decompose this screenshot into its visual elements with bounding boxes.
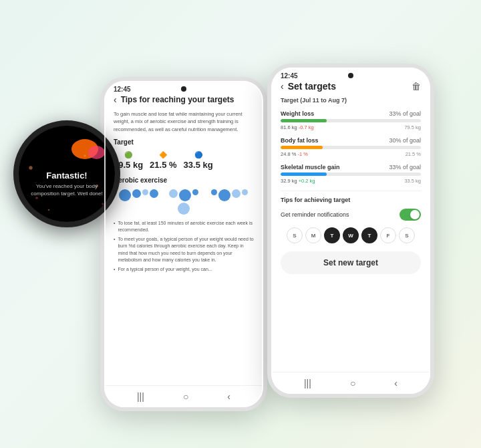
left-body-text: To gain muscle and lose fat while mainta… <box>114 110 254 133</box>
phone-left-screen: 12:45 ‹ Tips for reaching your targets T… <box>104 81 263 407</box>
bullet-dot-3: • <box>114 266 115 273</box>
bubble-small-1 <box>142 189 148 195</box>
smartwatch: Fantastic! You've reached your body comp… <box>13 120 120 227</box>
bubble-medium-2 <box>150 189 158 198</box>
goal-muscle-name: Skeletal muscle gain <box>281 164 340 171</box>
day-wednesday[interactable]: W <box>343 227 359 243</box>
main-scene: Fantastic! You've reached your body comp… <box>0 0 481 448</box>
nav-home-icon[interactable]: ○ <box>183 391 188 402</box>
day-thursday[interactable]: T <box>361 227 377 243</box>
muscle-icon: 🔵 <box>194 151 202 158</box>
day-tuesday[interactable]: T <box>324 227 340 243</box>
bubble-small-2 <box>192 189 198 195</box>
bubble-small-4 <box>242 189 248 195</box>
goal-muscle-values: 32.9 kg +0.2 kg 33.5 kg <box>281 178 421 184</box>
day-sunday[interactable]: S <box>287 227 303 243</box>
goal-fat-target: 21.5 % <box>406 151 421 157</box>
aerobic-visual <box>114 189 254 215</box>
goal-weight-bar-fill <box>281 119 327 122</box>
bubble-group-1 <box>118 189 158 215</box>
goal-weight-current: 81.6 kg -0.7 kg <box>281 124 314 130</box>
goal-fat-values: 24.8 % -1 % 21.5 % <box>281 151 421 157</box>
bubble-large-4 <box>218 189 230 201</box>
goal-fat-bar-bg <box>281 146 421 149</box>
watch-screen: Fantastic! You've reached your body comp… <box>19 126 115 222</box>
bullet-3: • For a typical person of your weight, y… <box>114 266 254 273</box>
watch-title: Fantastic! <box>19 171 115 181</box>
target-muscle: 🔵 33.5 kg <box>184 151 213 170</box>
right-header: ‹ Set targets 🗑 <box>281 81 421 92</box>
goal-muscle-header: Skeletal muscle gain 33% of goal <box>281 164 421 171</box>
right-nav-back-icon[interactable]: ‹ <box>394 378 397 388</box>
phone-right-screen: 12:45 ‹ Set targets 🗑 Target (Jul 11 to … <box>271 68 430 394</box>
left-header: ‹ Tips for reaching your targets <box>114 94 254 105</box>
days-row: S M T W T F S <box>281 227 421 243</box>
left-phone-nav: ||| ○ ‹ <box>104 385 263 407</box>
bullet-text-2: To meet your goals, a typical person of … <box>118 236 254 264</box>
phone-left-time: 12:45 <box>114 86 131 93</box>
body-fat-icon: 🔶 <box>159 151 167 158</box>
target-period: Target (Jul 11 to Aug 7) <box>281 97 421 104</box>
right-nav-home-icon[interactable]: ○ <box>350 378 355 388</box>
goal-weight-name: Weight loss <box>281 110 314 117</box>
goal-muscle-change: +0.2 kg <box>299 178 315 184</box>
phone-right: 12:45 ‹ Set targets 🗑 Target (Jul 11 to … <box>267 64 434 398</box>
notification-row: Get reminder notifications <box>281 209 421 221</box>
day-friday[interactable]: F <box>380 227 396 243</box>
goal-weight-bar-bg <box>281 119 421 122</box>
right-back-arrow[interactable]: ‹ <box>281 81 284 92</box>
goal-fat-bar-fill <box>281 146 323 149</box>
nav-back-icon[interactable]: ‹ <box>227 391 230 402</box>
bubble-medium-4 <box>232 189 240 198</box>
goal-fat-change: -1 % <box>297 151 307 157</box>
goal-fat-name: Body fat loss <box>281 137 319 144</box>
nav-recent-icon[interactable]: ||| <box>137 391 144 402</box>
right-screen-title: Set targets <box>288 81 336 92</box>
left-screen-content: ‹ Tips for reaching your targets To gain… <box>104 94 263 385</box>
goal-weight-percent: 33% of goal <box>389 110 421 117</box>
set-new-target-button[interactable]: Set new target <box>281 251 421 274</box>
goal-fat-header: Body fat loss 30% of goal <box>281 137 421 144</box>
goal-fat-current: 24.8 % -1 % <box>281 151 308 157</box>
bullet-dot-2: • <box>114 236 115 264</box>
svg-point-3 <box>102 203 104 205</box>
weight-icon: 🟢 <box>124 151 132 158</box>
phone-left-camera <box>181 86 186 92</box>
right-screen-content: ‹ Set targets 🗑 Target (Jul 11 to Aug 7)… <box>271 81 430 372</box>
divider-1 <box>281 191 421 191</box>
bubble-medium-1 <box>132 189 141 198</box>
notification-label: Get reminder notifications <box>281 211 349 218</box>
svg-point-5 <box>84 154 86 157</box>
goal-muscle: Skeletal muscle gain 33% of goal 32.9 kg… <box>281 164 421 184</box>
left-back-arrow[interactable]: ‹ <box>114 94 117 105</box>
goal-weight-target: 79.5 kg <box>404 124 421 130</box>
day-monday[interactable]: M <box>305 227 321 243</box>
goal-weight-loss: Weight loss 33% of goal 81.6 kg -0.7 kg … <box>281 110 421 130</box>
delete-target-icon[interactable]: 🗑 <box>412 81 421 92</box>
phone-left-notch: 12:45 <box>104 81 263 94</box>
bubble-large-1 <box>119 189 131 201</box>
toggle-knob <box>410 210 420 219</box>
watch-container: Fantastic! You've reached your body comp… <box>13 120 120 227</box>
phone-right-time: 12:45 <box>281 72 298 80</box>
watch-subtitle: You've reached your body composition tar… <box>19 183 115 197</box>
target-body-fat: 🔶 21.5 % <box>150 151 176 170</box>
right-phone-nav: ||| ○ ‹ <box>271 372 430 394</box>
day-saturday[interactable]: S <box>399 227 415 243</box>
aerobic-tips: • To lose fat, at least 150 minutes of a… <box>114 220 254 273</box>
bubble-group-3 <box>209 189 249 215</box>
target-body-fat-value: 21.5 % <box>150 160 176 170</box>
target-muscle-value: 33.5 kg <box>184 160 213 170</box>
watch-text-area: Fantastic! You've reached your body comp… <box>19 171 115 197</box>
bubble-group-2 <box>164 189 204 215</box>
right-nav-recent-icon[interactable]: ||| <box>304 378 311 388</box>
bullet-2: • To meet your goals, a typical person o… <box>114 236 254 264</box>
aerobic-title: Aerobic exercise <box>114 177 254 184</box>
goal-fat-percent: 30% of goal <box>389 137 421 144</box>
goal-muscle-percent: 33% of goal <box>389 164 421 171</box>
goal-muscle-bar-fill <box>281 173 327 176</box>
notification-toggle[interactable] <box>399 209 421 221</box>
goal-muscle-target: 33.5 kg <box>404 178 421 184</box>
bullet-text-1: To lose fat, at least 150 minutes of aer… <box>118 220 254 234</box>
goal-weight-change: -0.7 kg <box>299 124 314 130</box>
